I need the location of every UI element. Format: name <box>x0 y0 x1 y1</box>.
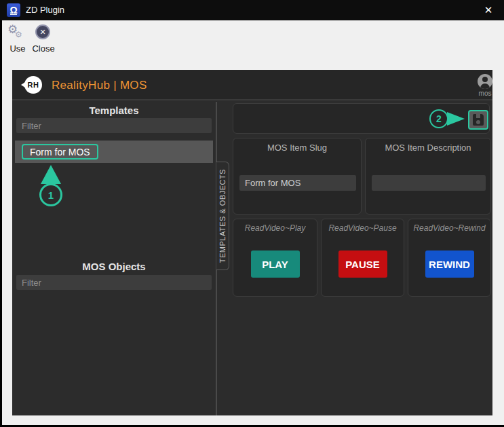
close-button[interactable]: ✕ Close <box>29 23 58 58</box>
pause-button[interactable]: PAUSE <box>338 250 387 278</box>
templates-section-title: Templates <box>12 105 216 116</box>
readvideo-play-label: ReadVideo~Play <box>233 223 317 233</box>
mos-item-description-input[interactable] <box>372 175 486 191</box>
template-list-item[interactable]: Form for MOS <box>15 141 213 163</box>
ribbon-toolbar: ⚙ ⚙ Use ✕ Close <box>2 20 504 60</box>
realityhub-logo: RH <box>24 76 42 94</box>
floppy-disc <box>476 120 480 124</box>
rewind-button[interactable]: REWIND <box>425 250 474 278</box>
title-bar: Ω ZD Plugin ✕ <box>0 0 504 20</box>
window-close-button[interactable]: ✕ <box>478 0 499 20</box>
mos-item-slug-input[interactable] <box>239 175 356 191</box>
gears-icon-small: ⚙ <box>15 31 22 39</box>
hub-brand-title: RealityHub | MOS <box>52 70 147 100</box>
floppy-disk-icon <box>473 114 484 126</box>
annotation-2-badge: 2 <box>429 109 448 128</box>
user-avatar-icon[interactable] <box>478 74 492 89</box>
templates-sidebar: Templates Form for MOS 1 MOS Objects <box>12 102 216 415</box>
templates-filter-input[interactable] <box>16 118 212 133</box>
annotation-1-badge: 1 <box>39 183 62 206</box>
floppy-slot <box>476 114 480 118</box>
window-title: ZD Plugin <box>26 0 64 20</box>
tab-templates-and-objects[interactable]: TEMPLATES & OBJECTS <box>216 162 229 270</box>
save-button[interactable] <box>468 110 488 130</box>
mos-item-description-title: MOS Item Description <box>366 143 490 153</box>
zd-plugin-window: Ω ZD Plugin ✕ ⚙ ⚙ Use ✕ Close RH Reality… <box>0 0 504 427</box>
readvideo-rewind-panel: ReadVideo~Rewind REWIND <box>408 219 491 297</box>
annotation-2-arrow <box>447 112 465 126</box>
use-button[interactable]: ⚙ ⚙ Use <box>3 23 32 58</box>
use-button-label: Use <box>3 43 32 54</box>
user-name-label: mos <box>472 90 498 97</box>
play-button[interactable]: PLAY <box>251 250 300 278</box>
annotation-1-arrow <box>41 165 61 184</box>
window-left-border <box>0 20 2 427</box>
mos-objects-section-title: MOS Objects <box>12 261 216 272</box>
user-avatar-head <box>482 77 488 82</box>
readvideo-pause-panel: ReadVideo~Pause PAUSE <box>321 219 404 297</box>
hub-header: RH RealityHub | MOS mos <box>12 70 492 100</box>
readvideo-pause-label: ReadVideo~Pause <box>322 223 404 233</box>
user-avatar-body <box>480 83 490 89</box>
readvideo-play-panel: ReadVideo~Play PLAY <box>233 219 317 297</box>
mos-item-slug-panel: MOS Item Slug <box>233 138 362 215</box>
readvideo-rewind-label: ReadVideo~Rewind <box>408 223 490 233</box>
mos-objects-filter-input[interactable] <box>16 275 212 290</box>
tab-label: TEMPLATES & OBJECTS <box>218 169 227 263</box>
template-item-label: Form for MOS <box>22 144 98 160</box>
close-circle-icon: ✕ <box>35 24 50 39</box>
mos-item-slug-title: MOS Item Slug <box>233 143 361 153</box>
close-button-label: Close <box>29 43 58 54</box>
omega-app-icon: Ω <box>7 3 20 17</box>
realityhub-panel: RH RealityHub | MOS mos Templates Form f… <box>12 70 492 415</box>
mos-item-description-panel: MOS Item Description <box>365 138 491 215</box>
